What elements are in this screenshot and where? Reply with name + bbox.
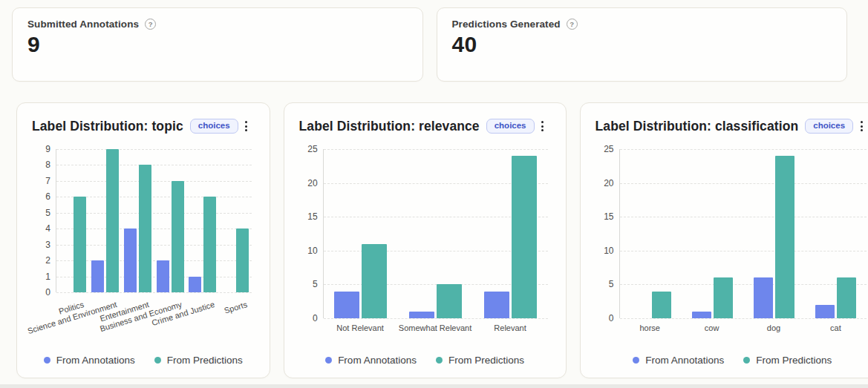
bar-chart-classification: 2520151050horsecowdogcatFrom Annotations…: [595, 149, 868, 378]
x-category-label: Relevant: [494, 323, 526, 332]
x-category-label: Not Relevant: [336, 323, 384, 332]
x-category-label: Sports: [223, 300, 248, 315]
legend-label: From Annotations: [645, 355, 724, 366]
bar-chart-topic: 9876543210PoliticsScience and Environmen…: [32, 149, 255, 378]
bar-from-predictions[interactable]: [172, 181, 184, 292]
bar-from-predictions[interactable]: [512, 156, 537, 318]
x-category-label: cat: [830, 323, 841, 332]
legend-dot-icon: [154, 357, 161, 364]
chart-card-topic: Label Distribution: topic choices 987654…: [16, 102, 270, 378]
legend-dot-icon: [633, 357, 639, 364]
chart-card-classification: Label Distribution: classification choic…: [580, 102, 868, 378]
choices-badge: choices: [805, 119, 853, 134]
kebab-vertical-icon[interactable]: [535, 118, 551, 134]
page-bottom-edge: [0, 384, 868, 388]
bar-from-annotations[interactable]: [157, 260, 169, 292]
bar-from-predictions[interactable]: [74, 197, 86, 292]
question-circle-icon[interactable]: [567, 19, 578, 30]
chart-title: Label Distribution: relevance: [299, 119, 480, 134]
legend-label: From Predictions: [167, 355, 243, 366]
kebab-vertical-icon[interactable]: [238, 118, 255, 134]
bar-group: [89, 149, 122, 292]
bar-from-predictions[interactable]: [837, 277, 856, 318]
chart-legend: From AnnotationsFrom Predictions: [299, 346, 551, 366]
bar-from-annotations[interactable]: [484, 292, 509, 318]
stat-label: Submitted Annotations: [27, 19, 139, 30]
bar-group: [620, 149, 682, 318]
legend-item-from-predictions[interactable]: From Predictions: [154, 355, 243, 366]
bar-group: [743, 149, 805, 318]
chart-card-relevance: Label Distribution: relevance choices 25…: [284, 102, 567, 378]
legend-label: From Predictions: [448, 355, 524, 366]
legend-dot-icon: [743, 357, 750, 364]
bar-from-predictions[interactable]: [139, 165, 151, 292]
chart-legend: From AnnotationsFrom Predictions: [32, 346, 255, 366]
bar-group: [122, 149, 154, 292]
stat-card-submitted-annotations: Submitted Annotations 9: [12, 7, 423, 82]
chart-title: Label Distribution: classification: [595, 119, 799, 134]
bar-group: [473, 149, 548, 318]
bar-from-annotations[interactable]: [334, 292, 359, 318]
bar-group: [398, 149, 473, 318]
x-category-label: cow: [705, 323, 719, 332]
chart-title: Label Distribution: topic: [32, 119, 183, 134]
x-category-label: dog: [767, 323, 780, 332]
legend-item-from-predictions[interactable]: From Predictions: [436, 355, 524, 366]
legend-dot-icon: [325, 357, 332, 364]
legend-item-from-annotations[interactable]: From Annotations: [44, 355, 135, 366]
legend-label: From Predictions: [756, 355, 832, 366]
bar-from-annotations[interactable]: [692, 312, 711, 318]
bar-group: [324, 149, 399, 318]
x-category-label: horse: [639, 323, 660, 332]
question-circle-icon[interactable]: [145, 19, 156, 30]
bar-from-annotations[interactable]: [815, 305, 835, 318]
stat-label: Predictions Generated: [452, 19, 561, 30]
stats-row: Submitted Annotations 9 Predictions Gene…: [0, 0, 868, 82]
bar-from-annotations[interactable]: [409, 312, 434, 318]
legend-dot-icon: [44, 357, 50, 364]
bar-from-annotations[interactable]: [91, 260, 104, 292]
stat-card-predictions-generated: Predictions Generated 40: [437, 7, 848, 82]
chart-legend: From AnnotationsFrom Predictions: [595, 346, 868, 366]
bar-from-predictions[interactable]: [437, 284, 462, 318]
legend-label: From Annotations: [56, 355, 135, 366]
bar-chart-relevance: 2520151050Not RelevantSomewhat RelevantR…: [299, 149, 551, 378]
bar-from-predictions[interactable]: [652, 292, 671, 318]
legend-item-from-predictions[interactable]: From Predictions: [743, 355, 832, 366]
bar-from-predictions[interactable]: [203, 197, 216, 292]
bar-from-predictions[interactable]: [775, 156, 794, 318]
legend-label: From Annotations: [338, 355, 417, 366]
bar-group: [186, 149, 219, 292]
kebab-vertical-icon[interactable]: [853, 118, 868, 134]
bar-group: [56, 149, 89, 292]
bar-group: [682, 149, 743, 318]
bar-from-annotations[interactable]: [124, 228, 137, 292]
x-category-label: Somewhat Relevant: [399, 323, 471, 332]
bar-from-predictions[interactable]: [714, 277, 733, 318]
legend-dot-icon: [436, 357, 443, 364]
bar-group: [219, 149, 252, 292]
bar-group: [805, 149, 867, 318]
bar-from-predictions[interactable]: [106, 149, 119, 292]
stat-value: 9: [27, 32, 408, 57]
choices-badge: choices: [190, 119, 238, 134]
legend-item-from-annotations[interactable]: From Annotations: [325, 355, 417, 366]
choices-badge: choices: [486, 119, 535, 134]
legend-item-from-annotations[interactable]: From Annotations: [633, 355, 724, 366]
bar-from-annotations[interactable]: [189, 277, 201, 292]
bar-from-predictions[interactable]: [362, 244, 387, 318]
bar-from-annotations[interactable]: [754, 277, 773, 318]
charts-row: Label Distribution: topic choices 987654…: [0, 102, 868, 378]
bar-from-predictions[interactable]: [236, 228, 249, 292]
stat-value: 40: [452, 32, 832, 57]
bar-group: [154, 149, 186, 292]
